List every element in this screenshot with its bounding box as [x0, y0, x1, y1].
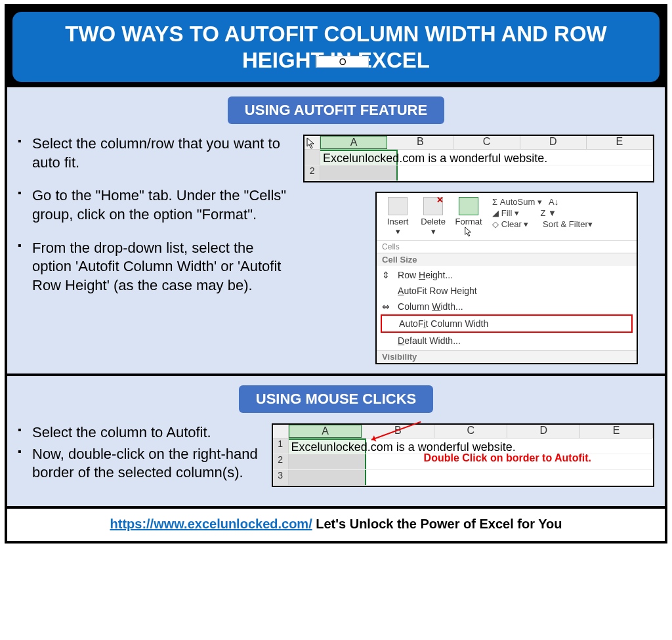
delete-icon: ✕	[423, 197, 443, 215]
section2-text: Select the column to Autofit. Now, doubl…	[18, 423, 260, 497]
section-autofit-feature: USING AUTOFIT FEATURE Select the column/…	[7, 87, 665, 373]
menu-default-width: Default Width...	[377, 333, 637, 349]
row-header-1: 1	[273, 438, 289, 454]
section1-text: Select the column/row that you want to a…	[18, 135, 291, 309]
section2-heading: USING MOUSE CLICKS	[239, 385, 433, 413]
excel-screenshot-1: A B C D E Excelunlocked.com is a wonderf…	[303, 135, 654, 182]
column-header-d: D	[507, 425, 580, 438]
main-title: TWO WAYS TO AUTOFIT COLUMN WIDTH AND ROW…	[12, 12, 660, 82]
ribbon-side-buttons: Σ AutoSum ▾ A↓ ◢ Fill ▾ Z ▼ ◇ Clear ▾ So…	[488, 197, 631, 230]
row-header-3: 3	[273, 470, 289, 485]
menu-row-height: ⇕ Row Height...	[377, 267, 637, 283]
select-all-corner	[304, 136, 320, 149]
menu-autofit-row: AutoFit Row Height	[377, 283, 637, 299]
row-height-icon: ⇕	[382, 270, 392, 280]
menu-autofit-col-highlighted: AutoFit Column Width	[381, 314, 633, 333]
bullet-item: Select the column to Autofit.	[32, 423, 260, 442]
cells-group-label: Cells	[382, 242, 480, 251]
footer-link[interactable]: https://www.excelunlocked.com/	[110, 517, 312, 531]
column-o-fragment: O	[316, 56, 369, 68]
cell-a2	[289, 454, 366, 469]
bullet-item: Select the column/row that you want to a…	[32, 135, 291, 172]
menu-col-width: ⇔ Column Width...	[377, 299, 637, 314]
format-dropdown-menu: ⇕ Row Height... AutoFit Row Height ⇔ Col…	[377, 266, 637, 350]
column-header-b: B	[387, 136, 453, 149]
delete-button: ✕ Delete▾	[417, 197, 449, 236]
bullet-item: From the drop-down list, select the opti…	[32, 239, 291, 295]
column-header-e: E	[580, 425, 653, 438]
bullet-item: Go to the "Home" tab. Under the "Cells" …	[32, 186, 291, 224]
section-mouse-clicks: USING MOUSE CLICKS Select the column to …	[7, 376, 665, 506]
format-icon	[459, 197, 478, 215]
column-header-d: D	[520, 136, 587, 149]
row-header	[304, 150, 320, 165]
menu-header-cellsize: Cell Size	[377, 253, 637, 266]
insert-button: Insert▾	[382, 197, 413, 236]
row-header-2: 2	[273, 454, 289, 469]
cell-a1: Excelunlocked.com is a wonderful website…	[320, 150, 398, 165]
column-header-c: C	[434, 425, 507, 438]
section1-heading: USING AUTOFIT FEATURE	[228, 96, 444, 124]
infographic-container: TWO WAYS TO AUTOFIT COLUMN WIDTH AND ROW…	[5, 4, 667, 544]
column-header-a: A	[289, 425, 362, 438]
cell-a1: Excelunlocked.com is a wonderful website…	[289, 438, 366, 454]
column-header-c: C	[453, 136, 520, 149]
ribbon-screenshot: Insert▾ ✕ Delete▾ Format	[375, 192, 638, 364]
cell-a3	[289, 470, 366, 485]
excel-screenshot-2: A B C D E 1 Excelunlocked.com is a wonde…	[272, 423, 654, 487]
row-header-2: 2	[304, 165, 320, 181]
column-header-e: E	[587, 136, 653, 149]
footer: https://www.excelunlocked.com/ Let's Unl…	[7, 509, 665, 541]
menu-header-visibility: Visibility	[377, 350, 637, 363]
footer-tagline: Let's Unlock the Power of Excel for You	[312, 517, 562, 531]
bullet-item: Now, double-click on the right-hand bord…	[32, 445, 260, 482]
cursor-icon	[464, 226, 473, 237]
select-all-corner	[273, 425, 289, 438]
cell-text: Excelunlocked.com is a wonderful website…	[323, 152, 547, 165]
annotation-text: Double Click on border to Autofit.	[424, 452, 591, 464]
cell-a2	[320, 165, 398, 181]
insert-icon	[388, 197, 408, 215]
column-header-a: A	[320, 136, 387, 149]
format-button: Format	[453, 197, 484, 239]
cursor-icon	[306, 137, 316, 149]
col-width-icon: ⇔	[382, 301, 392, 312]
